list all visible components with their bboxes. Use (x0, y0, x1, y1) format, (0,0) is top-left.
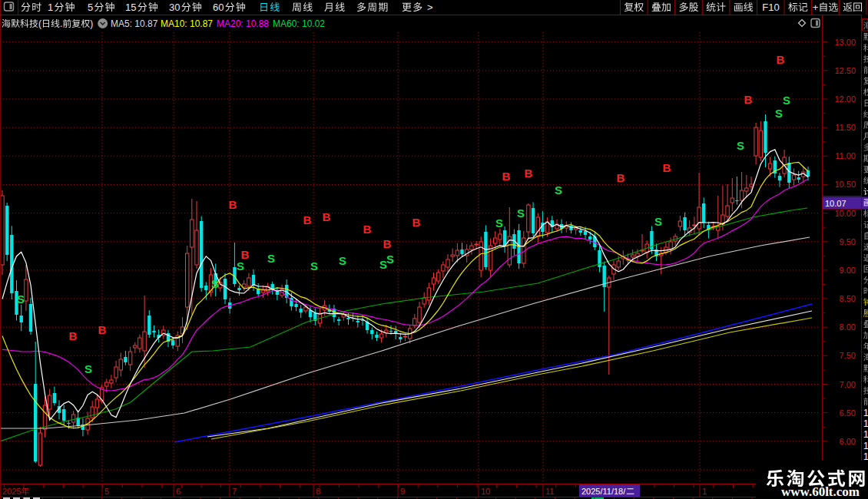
svg-text:S: S (386, 253, 394, 266)
svg-text:8.50: 8.50 (840, 294, 856, 303)
svg-text:5: 5 (104, 487, 109, 496)
svg-text:S: S (654, 215, 662, 228)
svg-text:7.50: 7.50 (840, 351, 856, 360)
svg-text:S: S (775, 107, 783, 120)
svg-text:30: 30 (169, 2, 180, 13)
svg-text:60: 60 (213, 2, 224, 13)
svg-text:B: B (525, 167, 533, 180)
svg-text:2025: 2025 (2, 487, 21, 496)
svg-text:S: S (339, 254, 346, 267)
svg-text:S: S (517, 207, 525, 220)
svg-text:13.00: 13.00 (834, 38, 856, 47)
svg-text:9: 9 (400, 487, 405, 496)
svg-text:B: B (617, 171, 625, 184)
svg-text:B: B (777, 53, 785, 66)
svg-text:B: B (502, 170, 511, 183)
svg-text:MA10: 10.87: MA10: 10.87 (161, 18, 213, 29)
svg-text:B: B (412, 216, 421, 229)
svg-text:6: 6 (176, 487, 181, 496)
svg-text:1: 1 (863, 418, 868, 429)
svg-text:1: 1 (863, 429, 868, 440)
svg-text:1: 1 (863, 408, 868, 418)
svg-text:1: 1 (48, 2, 53, 13)
svg-text:MA20: 10.88: MA20: 10.88 (217, 18, 269, 29)
svg-text:11.00: 11.00 (835, 151, 856, 160)
svg-text:): ) (90, 18, 93, 29)
svg-text:B: B (663, 161, 671, 174)
svg-text:7.00: 7.00 (840, 380, 856, 389)
svg-text:>: > (427, 2, 433, 13)
svg-text:11.50: 11.50 (835, 123, 856, 132)
svg-text:+: + (813, 2, 819, 13)
svg-text:B: B (383, 237, 392, 250)
svg-text:B: B (323, 210, 331, 223)
svg-text:11: 11 (545, 487, 554, 496)
svg-text:.: . (60, 18, 62, 29)
svg-text:MA60: 10.02: MA60: 10.02 (273, 18, 325, 29)
svg-text:S: S (267, 252, 275, 265)
svg-text:S: S (737, 139, 744, 152)
svg-text:S: S (555, 183, 562, 197)
svg-text:2025/11/18/: 2025/11/18/ (581, 487, 626, 496)
svg-text:B: B (69, 329, 78, 342)
svg-text:B: B (363, 223, 372, 236)
svg-text:S: S (783, 94, 790, 107)
svg-text:6.00: 6.00 (840, 437, 856, 446)
svg-text:(: ( (38, 18, 41, 29)
svg-text:B: B (744, 93, 753, 106)
svg-text:S: S (17, 292, 25, 306)
svg-text:6.50: 6.50 (840, 408, 856, 418)
svg-text:MA5: 10.87: MA5: 10.87 (111, 18, 158, 29)
svg-text:10.07: 10.07 (825, 199, 846, 208)
svg-text:9.50: 9.50 (840, 237, 856, 246)
svg-text:B: B (98, 323, 107, 336)
svg-text:12.50: 12.50 (834, 66, 856, 75)
svg-text:www.60lt.com: www.60lt.com (781, 484, 860, 499)
svg-text:8: 8 (316, 487, 320, 496)
svg-text:F10: F10 (762, 2, 779, 13)
svg-text:B: B (229, 198, 237, 211)
svg-text:B: B (303, 213, 312, 226)
svg-text:S: S (495, 216, 503, 230)
svg-text:15: 15 (125, 2, 136, 13)
svg-text:1: 1 (702, 487, 707, 496)
svg-text:9.00: 9.00 (840, 266, 856, 275)
svg-text:12.00: 12.00 (834, 94, 856, 104)
svg-text:S: S (310, 259, 318, 273)
svg-text:5: 5 (88, 2, 93, 13)
svg-text:8.00: 8.00 (840, 322, 856, 332)
svg-text:S: S (84, 362, 92, 375)
svg-text:10: 10 (481, 487, 490, 496)
svg-text:S: S (211, 277, 219, 290)
svg-text:S: S (237, 259, 244, 273)
svg-text:10.50: 10.50 (834, 180, 856, 189)
svg-text:1: 1 (863, 441, 868, 451)
svg-text:7: 7 (232, 487, 237, 496)
